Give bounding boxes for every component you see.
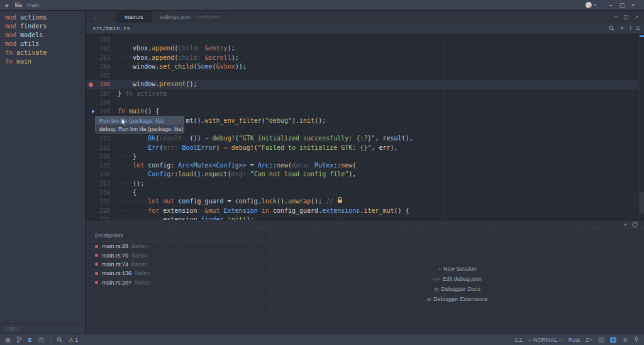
code-text: ············extension.finder.init(); xyxy=(110,215,254,220)
edit-debug-json-button[interactable]: </>Edit debug.json xyxy=(369,274,545,284)
maximize-button[interactable]: ▢ xyxy=(616,2,628,8)
code-line[interactable]: 213········Err(err: BoolError) ⇒ debug!(… xyxy=(86,144,638,152)
line-number: 214 xyxy=(100,154,110,160)
line-number: 201 xyxy=(100,37,110,43)
collab-people-icon[interactable] xyxy=(38,337,45,343)
code-token: // xyxy=(326,198,337,205)
code-line[interactable]: 217····)); xyxy=(86,179,638,188)
outline-item-main[interactable]: fn main xyxy=(0,57,85,66)
panel-help-icon[interactable]: ? xyxy=(632,222,638,227)
code-token: vbox. xyxy=(133,54,152,61)
nav-buttons: ← → xyxy=(86,11,116,23)
plus-icon: + xyxy=(438,266,441,272)
code-line[interactable]: 221············extension.finder.init(); xyxy=(86,215,638,220)
outline-item-actions[interactable]: mod actions xyxy=(0,13,85,22)
filter-input[interactable] xyxy=(5,325,79,332)
run-menu-item-secondary[interactable]: debug: Run bin lila (package: lila) xyxy=(96,125,184,133)
code-line[interactable]: 206····window.present(); xyxy=(86,80,638,89)
breakpoint-row[interactable]: main.rs:207lila/src xyxy=(86,278,270,287)
code-token: init xyxy=(299,117,314,124)
run-menu-item-primary[interactable]: Run bin lila (package: lila) xyxy=(96,116,184,125)
code-text: fn main() { xyxy=(110,107,159,116)
search-icon[interactable] xyxy=(609,25,615,31)
close-button[interactable]: × xyxy=(628,2,639,8)
code-line[interactable]: 201 xyxy=(86,35,638,44)
code-line[interactable]: 215····let config: Arc<Mutex<Config>> = … xyxy=(86,161,638,170)
minimize-button[interactable]: – xyxy=(605,2,616,8)
cursor-position[interactable]: 1:1 xyxy=(514,337,523,343)
outline-item-finders[interactable]: mod finders xyxy=(0,22,85,31)
git-branch-icon[interactable] xyxy=(16,336,22,343)
code-token: config: xyxy=(148,162,178,169)
line-number: 218 xyxy=(100,189,110,196)
code-line[interactable]: 216········Config::load().expect(msg: "C… xyxy=(86,170,638,179)
outline-item-models[interactable]: mod models xyxy=(0,31,85,40)
run-icon[interactable] xyxy=(92,110,95,113)
diagnostics-button[interactable]: ⚠1 xyxy=(69,337,78,343)
mic-icon[interactable] xyxy=(634,336,639,343)
gutter-cell: 207 xyxy=(86,89,110,98)
nav-forward-icon[interactable]: → xyxy=(104,14,110,20)
assistant-panel-icon[interactable] xyxy=(610,337,616,343)
vim-mode-indicator: -- NORMAL -- xyxy=(528,337,563,343)
chevron-down-icon[interactable]: ▾ xyxy=(594,3,596,8)
pin-icon[interactable] xyxy=(79,326,80,332)
app-menu-icon[interactable]: ≡ xyxy=(5,2,9,9)
outline-item-activate[interactable]: fn activate xyxy=(0,48,85,57)
code-line[interactable]: 212········Ok(result: ()) ⇒ debug!("GTK … xyxy=(86,134,638,143)
edit-prediction-icon[interactable]: Z+ xyxy=(586,337,592,343)
tab-label: main.rs xyxy=(125,14,143,20)
search-panel-icon[interactable] xyxy=(57,337,63,343)
split-pane-icon[interactable]: ◫ xyxy=(623,14,629,20)
nav-back-icon[interactable]: ← xyxy=(92,14,98,20)
code-line[interactable]: 209fn main() { xyxy=(86,107,638,116)
debugger-docs-button[interactable]: ▤Debugger Docs xyxy=(369,284,545,294)
zoom-pane-icon[interactable]: ↗ xyxy=(634,14,639,20)
code-line[interactable]: 205 xyxy=(86,71,638,80)
panels-grid-icon[interactable]: ▦ xyxy=(5,337,11,343)
code-token: (); xyxy=(186,81,197,88)
breakpoint-row[interactable]: main.rs:74lila/src xyxy=(86,260,270,269)
outline-item-name: main xyxy=(16,58,31,65)
code-line[interactable]: 220········for extension: &mut Extension… xyxy=(86,206,638,215)
code-line[interactable]: 214····} xyxy=(86,152,638,161)
breakpoint-row[interactable]: main.rs:70lila/src xyxy=(86,251,270,259)
code-line[interactable]: 202····vbox.append(child: &entry); xyxy=(86,44,638,53)
tab-settings-json[interactable]: settings.json ~/.config/zed xyxy=(152,11,228,23)
breakpoint-row[interactable]: main.rs:136lila/src xyxy=(86,269,270,278)
code-token: "Failed to initialize GTK: {}" xyxy=(258,144,372,151)
breakpoint-row[interactable]: main.rs:29lila/src xyxy=(86,242,270,251)
breadcrumb[interactable]: src/main.rs xyxy=(86,25,130,31)
inlay-hints-icon[interactable]: I xyxy=(629,25,631,31)
breakpoint-directory: lila/src xyxy=(135,280,151,286)
debugger-extensions-button[interactable]: ⊞Debugger Extensions xyxy=(369,294,545,304)
new-tab-icon[interactable]: + xyxy=(614,14,618,20)
new-session-button[interactable]: +New Session xyxy=(369,264,545,274)
outline-item-utils[interactable]: mod utils xyxy=(0,40,85,48)
gutter-cell: 205 xyxy=(86,71,110,80)
code-token: extension xyxy=(163,207,197,214)
terminal-icon[interactable] xyxy=(598,337,604,343)
code-line[interactable]: 207} fn activate xyxy=(86,89,638,98)
code-line[interactable]: 219········let mut config_guard = config… xyxy=(86,197,638,206)
panel-add-icon[interactable]: + xyxy=(624,222,627,228)
code-line[interactable]: 203····vbox.append(child: &scroll); xyxy=(86,54,638,62)
scrollbar-thumb[interactable] xyxy=(640,192,644,213)
code-token: unwrap xyxy=(288,198,311,205)
git-branch-name[interactable]: main xyxy=(27,2,40,8)
project-name[interactable]: lila xyxy=(15,2,22,8)
user-avatar[interactable] xyxy=(586,2,592,8)
outline-panel-icon[interactable]: ≣ xyxy=(28,337,33,343)
code-line[interactable]: 218····{ xyxy=(86,188,638,197)
line-number: 212 xyxy=(100,135,110,142)
scrollbar-track[interactable] xyxy=(639,35,644,220)
sparkle-icon[interactable]: ✶ xyxy=(619,25,625,31)
tab-main-rs[interactable]: main.rs xyxy=(116,11,152,23)
sparkle-status-icon[interactable] xyxy=(622,337,628,343)
code-line[interactable]: 204····window.set_child(Some(&vbox)); xyxy=(86,62,638,71)
code-line[interactable]: 208 xyxy=(86,98,638,107)
selection-menu-icon[interactable]: ≣ xyxy=(635,25,640,31)
language-selector[interactable]: Rust xyxy=(569,337,580,343)
breakpoint-icon[interactable] xyxy=(89,82,93,87)
code-text: ····vbox.append(child: &entry); xyxy=(110,44,235,53)
